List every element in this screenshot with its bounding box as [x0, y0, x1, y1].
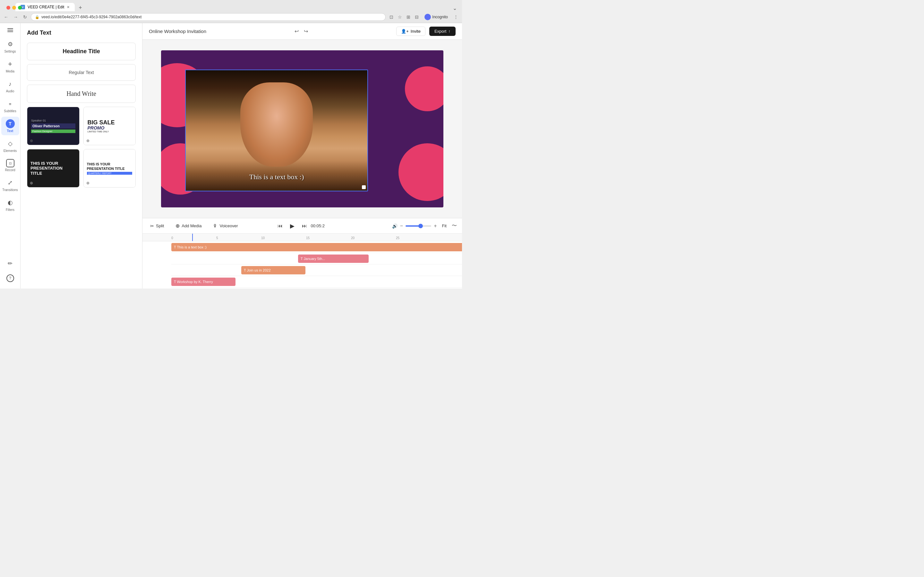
sidebar-item-help[interactable]: ? — [1, 272, 19, 285]
regular-text-option[interactable]: Regular Text — [27, 64, 136, 81]
invite-icon: 👤+ — [401, 29, 409, 34]
volume-button[interactable]: 🔊 — [392, 223, 397, 229]
template-speaker[interactable]: Speaker 01 Oliver Patterson Fashion Desi… — [27, 107, 79, 145]
sidebar-item-record[interactable]: ⊡ Record — [1, 156, 19, 174]
clip-workshop-label: T Workshop by K. Therry — [174, 280, 213, 284]
link-icon-2: ⊕ — [86, 139, 89, 143]
skip-back-button[interactable]: ⏮ — [278, 223, 283, 229]
waveform-button[interactable]: 〜 — [452, 222, 457, 229]
sidebar-item-media[interactable]: + Media — [1, 57, 19, 76]
skip-forward-button[interactable]: ⏭ — [302, 223, 307, 229]
fit-button[interactable]: Fit — [439, 222, 449, 229]
text-panel: Add Text Headline Title Regular Text Han… — [21, 23, 142, 288]
template-pres2-text: THIS IS YOURPRESENTATION TITLE — [87, 162, 132, 171]
menu-icon[interactable]: ⋮ — [452, 13, 459, 21]
template-pres2[interactable]: THIS IS YOURPRESENTATION TITLE QUARTERLY… — [83, 149, 136, 187]
profile-button[interactable]: Incognito — [422, 13, 451, 21]
browser-chrome: V VEED CREATE | Edit ✕ + ⌄ ← → ↻ 🔒 veed.… — [0, 0, 462, 23]
template-sale[interactable]: BIG SALE PROMO LIMITED TIME ONLY ⊕ — [83, 107, 136, 145]
sidebar-item-draw[interactable]: ✏ — [1, 256, 19, 271]
main-content: Online Workshop Invitation ↩ ↪ 👤+ Invite… — [142, 23, 462, 288]
url-text: veed.io/edit/0e4e2277-6f45-45c3-9294-790… — [41, 15, 142, 19]
ruler-mark-5: 5 — [216, 236, 218, 240]
mic-icon: 🎙 — [213, 223, 218, 229]
sidebar-label-text: Text — [7, 129, 13, 133]
link-icon: ⊕ — [30, 139, 33, 143]
help-icon: ? — [6, 274, 14, 282]
invite-label: Invite — [411, 29, 421, 34]
clip-january[interactable]: T January 5th... — [298, 255, 368, 263]
headline-text-option[interactable]: Headline Title — [27, 43, 136, 60]
timeline-ruler: 0 5 10 15 20 25 — [142, 234, 462, 242]
ruler-mark-25: 25 — [396, 236, 399, 240]
undo-redo-controls: ↩ ↪ — [292, 27, 310, 35]
new-tab-button[interactable]: + — [76, 5, 85, 11]
close-dot[interactable] — [6, 6, 10, 10]
preview-area: This is a text box :) — [142, 40, 462, 218]
split-button[interactable]: ✂ Split — [148, 222, 166, 230]
lock-icon: 🔒 — [35, 15, 39, 19]
clip-text-box[interactable]: T This is a text box :) — [171, 243, 462, 251]
sidebar-item-subtitles[interactable]: ≡ Subtitles — [1, 97, 19, 115]
window-controls — [3, 3, 26, 13]
export-button[interactable]: Export ↑ — [429, 27, 456, 36]
template-pres1[interactable]: THIS IS YOURPRESENTATIONTITLE ⊕ — [27, 149, 79, 187]
clip-join2022[interactable]: T Join us in 2022 — [241, 266, 305, 274]
invite-button[interactable]: 👤+ Invite — [396, 27, 425, 36]
handwrite-text-option[interactable]: Hand Write — [27, 85, 136, 103]
template-speaker-role: Fashion Designer — [31, 129, 75, 133]
subtitles-icon: ≡ — [6, 99, 15, 108]
tab-close-button[interactable]: ✕ — [67, 5, 69, 9]
minimize-dot[interactable] — [12, 6, 16, 10]
play-button[interactable]: ▶ — [286, 220, 298, 232]
playhead[interactable] — [192, 234, 193, 241]
chevron-down-icon[interactable]: ⌄ — [453, 5, 457, 11]
forward-button[interactable]: → — [12, 13, 19, 21]
zoom-in-button[interactable]: + — [434, 223, 437, 229]
redo-button[interactable]: ↪ — [302, 27, 310, 35]
clip-text-box-label: T This is a text box :) — [174, 245, 207, 249]
video-text-overlay[interactable]: This is a text box :) — [249, 173, 304, 181]
back-button[interactable]: ← — [3, 13, 10, 21]
hamburger-button[interactable] — [6, 27, 15, 33]
transitions-icon: ⤢ — [6, 178, 15, 187]
sidebar-item-audio[interactable]: ♪ Audio — [1, 77, 19, 95]
person-face — [240, 82, 313, 167]
app-container: ⚙ Settings + Media ♪ Audio ≡ Subtitles T… — [0, 23, 462, 288]
clip-workshop[interactable]: T Workshop by K. Therry — [171, 277, 236, 286]
sidebar-panel-icon[interactable]: ⊟ — [414, 13, 420, 21]
bookmark-icon[interactable]: ☆ — [397, 13, 403, 21]
sidebar-item-filters[interactable]: ◐ Filters — [1, 195, 19, 214]
clip-january-label: T January 5th... — [300, 257, 325, 261]
extensions-icon[interactable]: ⊞ — [405, 13, 412, 21]
sidebar-item-settings[interactable]: ⚙ Settings — [1, 37, 19, 56]
address-bar[interactable]: 🔒 veed.io/edit/0e4e2277-6f45-45c3-9294-7… — [31, 13, 386, 21]
track-row-4: T Workshop by K. Therry — [171, 276, 462, 287]
voiceover-button[interactable]: 🎙 Voiceover — [210, 222, 240, 230]
zoom-out-button[interactable]: − — [400, 223, 403, 229]
time-display: 00:05:2 — [311, 223, 325, 228]
sidebar-item-elements[interactable]: ◇ Elements — [1, 137, 19, 155]
template-speaker-line1: Speaker 01 — [31, 119, 75, 122]
split-icon: ✂ — [150, 223, 154, 229]
refresh-button[interactable]: ↻ — [22, 13, 28, 21]
cast-icon[interactable]: ⊡ — [388, 13, 395, 21]
voiceover-label: Voiceover — [220, 223, 238, 228]
project-title: Online Workshop Invitation — [149, 29, 206, 34]
zoom-slider[interactable] — [405, 226, 431, 227]
record-icon: ⊡ — [6, 159, 15, 167]
resize-handle[interactable] — [362, 185, 366, 189]
sidebar-item-transitions[interactable]: ⤢ Transitions — [1, 176, 19, 194]
undo-button[interactable]: ↩ — [292, 27, 300, 35]
add-media-button[interactable]: ⊕ Add Media — [173, 221, 204, 230]
handwrite-label: Hand Write — [66, 90, 96, 97]
timeline: ✂ Split ⊕ Add Media 🎙 Voiceover ⏮ ▶ ⏭ 00… — [142, 218, 462, 288]
sidebar-label-transitions: Transitions — [2, 188, 18, 192]
regular-label: Regular Text — [69, 70, 94, 75]
tracks-area: T This is a text box :) T January 5th...… — [142, 242, 462, 287]
maximize-dot[interactable] — [18, 6, 22, 10]
timeline-tracks: 0 5 10 15 20 25 T This is — [142, 234, 462, 288]
add-media-label: Add Media — [182, 223, 202, 228]
track-row-1: T This is a text box :) — [171, 242, 462, 253]
sidebar-item-text[interactable]: T Text — [1, 117, 19, 135]
